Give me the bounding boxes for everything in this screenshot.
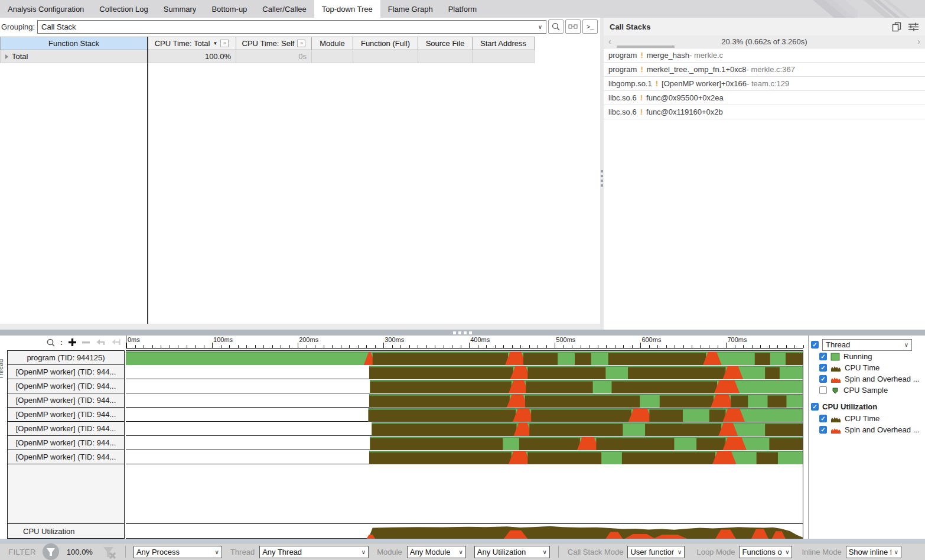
ruler-tick (315, 345, 315, 348)
column-resize-line[interactable] (147, 37, 148, 324)
viewport-left-chevron-icon[interactable]: ‹ (608, 37, 611, 46)
thread-row-label[interactable]: [OpenMP worker] (TID: 944... (8, 422, 124, 436)
thread-filter-select[interactable]: Any Thread∨ (259, 546, 369, 558)
ruler-tick (615, 345, 615, 348)
copy-icon[interactable] (892, 22, 902, 32)
source-file-cell (418, 50, 473, 63)
expand-column-icon[interactable]: » (297, 40, 305, 47)
ruler-tick (324, 345, 324, 348)
tab-top-down-tree[interactable]: Top-down Tree (314, 0, 380, 18)
call-stack-entry[interactable]: libc.so.6!func@0x95500+0x2ea (604, 91, 925, 105)
checkbox[interactable]: ✓ (819, 364, 827, 372)
column-header-source-file[interactable]: Source File (418, 37, 473, 50)
viewport-bar[interactable]: ‹ 20.3% (0.662s of 3.260s) › (604, 35, 925, 48)
thread-row-label[interactable]: [OpenMP worker] (TID: 944... (8, 393, 124, 408)
process-filter-select[interactable]: Any Process∨ (133, 546, 222, 558)
column-header-cpu-time-total[interactable]: CPU Time: Total ▼ » (148, 37, 236, 50)
checkbox[interactable]: ✓ (819, 415, 827, 422)
inline-mode-select[interactable]: Show inline f∨ (846, 546, 901, 558)
ruler-tick (178, 345, 178, 348)
zoom-out-icon[interactable] (82, 338, 90, 347)
thread-timeline-row[interactable] (126, 351, 803, 365)
thread-timeline-row[interactable] (126, 379, 803, 393)
utilization-filter-select[interactable]: Any Utilization∨ (474, 546, 550, 558)
ruler-tick (212, 343, 213, 348)
tab-flame-graph[interactable]: Flame Graph (380, 0, 441, 18)
table-row[interactable]: Total 100.0% 0s (0, 50, 535, 63)
tab-caller-callee[interactable]: Caller/Callee (255, 0, 314, 18)
thread-timeline-row[interactable] (126, 436, 803, 450)
ruler-tick (255, 345, 256, 348)
column-header-module[interactable]: Module (312, 37, 353, 50)
thread-row-label[interactable]: [OpenMP worker] (TID: 944... (8, 379, 124, 393)
checkbox[interactable]: ✓ (811, 403, 819, 411)
thread-row-label[interactable]: program (TID: 944125) (8, 351, 124, 365)
ruler-tick (769, 345, 770, 348)
column-header-cpu-time-self[interactable]: CPU Time: Self » (236, 37, 312, 50)
tab-collection-log[interactable]: Collection Log (92, 0, 155, 18)
redo-zoom-icon[interactable] (110, 338, 120, 346)
checkbox[interactable]: ✓ (811, 341, 819, 349)
undo-zoom-icon[interactable] (95, 338, 105, 346)
expand-column-icon[interactable]: » (220, 40, 229, 47)
row-expander-icon[interactable] (5, 54, 8, 59)
grid-scrollbar-track[interactable] (0, 324, 600, 330)
viewport-right-chevron-icon[interactable]: › (917, 37, 920, 46)
thread-timeline-chart[interactable] (126, 350, 803, 523)
grouping-label: Grouping: (1, 22, 35, 31)
thread-timeline-row[interactable] (126, 450, 803, 464)
thread-timeline-row[interactable] (126, 422, 803, 436)
search-button[interactable] (548, 19, 564, 34)
ruler-tick (760, 345, 761, 348)
settings-sliders-icon[interactable] (908, 22, 919, 32)
tab-bottom-up[interactable]: Bottom-up (204, 0, 255, 18)
loop-mode-select[interactable]: Functions o∨ (739, 546, 792, 558)
column-header-function-stack[interactable]: Function Stack (0, 37, 148, 50)
zoom-in-icon[interactable] (68, 338, 77, 347)
tab-analysis-configuration[interactable]: Analysis Configuration (0, 0, 92, 18)
checkbox[interactable]: ✓ (819, 375, 827, 383)
tab-platform[interactable]: Platform (441, 0, 484, 18)
thread-timeline-row[interactable] (126, 393, 803, 408)
ruler-tick (341, 345, 341, 348)
column-header-start-address[interactable]: Start Address (473, 37, 535, 50)
ruler-tick (426, 345, 427, 348)
ruler-tick (144, 345, 144, 348)
sort-desc-icon: ▼ (213, 41, 217, 46)
timeline-hscrollbar-track[interactable] (0, 539, 925, 543)
tab-summary[interactable]: Summary (156, 0, 204, 18)
module-filter-select[interactable]: Any Module∨ (407, 546, 466, 558)
thread-row-label[interactable]: [OpenMP worker] (TID: 944... (8, 436, 124, 450)
horizontal-splitter[interactable] (0, 330, 925, 336)
clear-filter-icon[interactable] (101, 545, 117, 559)
viewport-scroll-thumb[interactable] (617, 45, 675, 48)
ruler-label: 300ms (385, 336, 404, 343)
thread-row-label[interactable]: [OpenMP worker] (TID: 944... (8, 365, 124, 379)
thread-row-label[interactable]: [OpenMP worker] (TID: 944... (8, 450, 124, 464)
call-stack-entry[interactable]: program!merge_hash - merkle.c (604, 48, 925, 63)
command-button[interactable]: >_ (582, 19, 598, 34)
legend-thread-row: ✓Thread∨ (811, 338, 925, 351)
checkbox[interactable] (819, 386, 827, 394)
checkbox[interactable]: ✓ (819, 426, 827, 434)
thread-timeline-row[interactable] (126, 365, 803, 379)
column-header-function-full[interactable]: Function (Full) (353, 37, 418, 50)
ruler-label: 0ms (128, 336, 140, 343)
timeline-ruler[interactable]: 0ms100ms200ms300ms400ms500ms600ms700ms (126, 336, 803, 349)
cpu-utilization-row-label[interactable]: CPU Utilization (7, 523, 125, 539)
thread-row-label[interactable]: [OpenMP worker] (TID: 944... (8, 408, 124, 422)
ruler-tick (692, 345, 692, 348)
cpu-utilization-chart[interactable] (126, 523, 803, 539)
ruler-tick (409, 345, 410, 348)
ruler-tick (195, 345, 196, 348)
thread-timeline-row[interactable] (126, 408, 803, 422)
checkbox[interactable]: ✓ (819, 353, 827, 360)
grouping-select[interactable]: Call Stack ∨ (37, 20, 546, 34)
legend-item-cpu-time: ✓CPU Time (819, 413, 925, 424)
customize-grouping-button[interactable] (565, 19, 581, 34)
call-stack-entry[interactable]: libgomp.so.1![OpenMP worker]+0x166 - tea… (604, 77, 925, 91)
legend-thread-select[interactable]: Thread∨ (822, 339, 912, 351)
call-stack-entry[interactable]: libc.so.6!func@0x119160+0x2b (604, 105, 925, 119)
call-stack-mode-select[interactable]: User functior∨ (627, 546, 685, 558)
call-stack-entry[interactable]: program!merkel_tree._omp_fn.1+0xc8 - mer… (604, 63, 925, 77)
